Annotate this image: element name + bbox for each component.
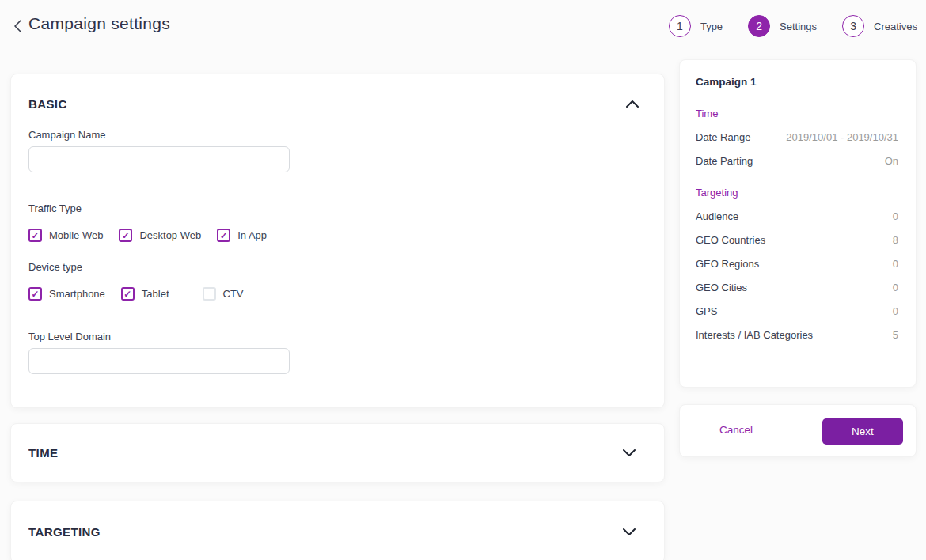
checkbox-label-tablet: Tablet <box>142 288 169 300</box>
campaign-name-input[interactable] <box>28 146 290 172</box>
targeting-section-heading: TARGETING <box>28 525 101 539</box>
summary-row-label: Date Parting <box>696 155 753 167</box>
summary-row-value: 0 <box>893 282 898 293</box>
checkbox-in-app[interactable] <box>217 229 230 242</box>
summary-row-audience: Audience 0 <box>696 210 898 222</box>
step-creatives-number: 3 <box>842 15 864 37</box>
page-title: Campaign settings <box>28 14 170 33</box>
summary-row-label: GEO Countries <box>696 234 765 246</box>
checkbox-item-tablet[interactable]: Tablet <box>121 287 169 301</box>
chevron-down-icon[interactable] <box>623 528 636 535</box>
checkbox-label-in-app: In App <box>237 229 267 241</box>
campaign-name-label: Campaign Name <box>28 129 106 141</box>
step-type-number: 1 <box>669 15 691 37</box>
summary-targeting-heading: Targeting <box>696 187 898 199</box>
checkbox-label-desktop-web: Desktop Web <box>139 229 201 241</box>
basic-section-heading: BASIC <box>28 97 67 111</box>
step-type-label: Type <box>700 21 723 32</box>
step-type[interactable]: 1 Type <box>669 15 723 37</box>
campaign-summary-card: Campaign 1 Time Date Range 2019/10/01 - … <box>679 59 917 388</box>
summary-row-date-parting: Date Parting On <box>696 155 898 167</box>
summary-row-geo-countries: GEO Countries 8 <box>696 234 898 246</box>
checkbox-smartphone[interactable] <box>28 287 42 301</box>
checkbox-item-desktop-web[interactable]: Desktop Web <box>119 229 201 242</box>
step-creatives[interactable]: 3 Creatives <box>842 15 917 37</box>
checkbox-item-mobile-web[interactable]: Mobile Web <box>28 229 103 242</box>
summary-row-geo-regions: GEO Regions 0 <box>696 258 898 270</box>
device-type-group: Smartphone Tablet CTV <box>28 287 244 301</box>
summary-campaign-title: Campaign 1 <box>696 76 898 89</box>
summary-row-interests-iab: Interests / IAB Categories 5 <box>696 329 898 341</box>
targeting-section-card: TARGETING <box>10 501 665 560</box>
summary-row-geo-cities: GEO Cities 0 <box>696 282 898 293</box>
summary-row-value: On <box>885 155 898 167</box>
checkbox-item-smartphone[interactable]: Smartphone <box>28 287 105 301</box>
summary-row-date-range: Date Range 2019/10/01 - 2019/10/31 <box>696 131 898 143</box>
checkbox-item-ctv[interactable]: CTV <box>203 287 244 301</box>
checkbox-desktop-web[interactable] <box>119 229 132 242</box>
traffic-type-group: Mobile Web Desktop Web In App <box>28 229 267 242</box>
summary-row-label: Date Range <box>696 131 750 143</box>
targeting-section-header[interactable]: TARGETING <box>11 501 664 560</box>
top-level-domain-input[interactable] <box>28 348 290 374</box>
basic-section-card: BASIC Campaign Name Traffic Type Mobile … <box>10 74 665 408</box>
basic-collapse-button[interactable] <box>624 96 640 111</box>
device-type-label: Device type <box>28 261 82 273</box>
next-button[interactable]: Next <box>822 418 903 445</box>
summary-row-label: GPS <box>696 305 717 317</box>
back-button[interactable] <box>10 19 25 33</box>
chevron-up-icon <box>626 100 639 108</box>
checkbox-label-smartphone: Smartphone <box>49 288 105 300</box>
traffic-type-label: Traffic Type <box>28 202 82 214</box>
time-section-header[interactable]: TIME <box>11 424 664 482</box>
step-creatives-label: Creatives <box>874 21 917 32</box>
summary-row-value: 0 <box>893 258 898 270</box>
checkbox-label-ctv: CTV <box>223 288 244 300</box>
checkbox-label-mobile-web: Mobile Web <box>49 229 103 241</box>
summary-row-value: 5 <box>893 329 898 341</box>
chevron-left-icon <box>14 20 21 32</box>
time-section-heading: TIME <box>28 446 58 460</box>
summary-row-label: Audience <box>696 210 738 222</box>
step-settings-number: 2 <box>748 15 770 37</box>
top-level-domain-label: Top Level Domain <box>28 331 111 342</box>
summary-row-value: 0 <box>893 305 898 317</box>
checkbox-item-in-app[interactable]: In App <box>217 229 267 242</box>
summary-row-gps: GPS 0 <box>696 305 898 317</box>
summary-row-label: Interests / IAB Categories <box>696 329 813 341</box>
summary-row-value: 0 <box>893 210 898 222</box>
checkbox-mobile-web[interactable] <box>28 229 42 242</box>
chevron-down-icon[interactable] <box>623 449 636 456</box>
campaign-settings-page: Campaign settings 1 Type 2 Settings 3 Cr… <box>0 0 926 560</box>
summary-row-value: 8 <box>893 234 898 246</box>
actions-card: Cancel Next <box>679 404 917 457</box>
summary-time-heading: Time <box>696 108 898 119</box>
time-section-card: TIME <box>10 423 665 482</box>
step-settings[interactable]: 2 Settings <box>748 15 817 37</box>
stepper: 1 Type 2 Settings 3 Creatives <box>669 15 917 37</box>
checkbox-ctv[interactable] <box>203 287 216 301</box>
summary-row-value: 2019/10/01 - 2019/10/31 <box>786 131 898 143</box>
cancel-button[interactable]: Cancel <box>719 424 753 436</box>
summary-row-label: GEO Regions <box>696 258 759 270</box>
page-header: Campaign settings 1 Type 2 Settings 3 Cr… <box>0 0 926 49</box>
summary-row-label: GEO Cities <box>696 282 747 293</box>
checkbox-tablet[interactable] <box>121 287 135 301</box>
step-settings-label: Settings <box>780 21 817 32</box>
